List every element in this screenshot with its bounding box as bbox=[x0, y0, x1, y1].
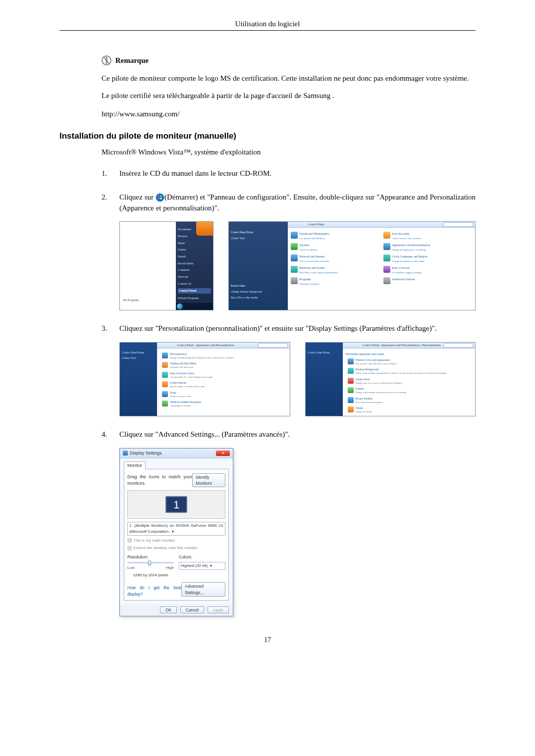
fig-personalization: Control Panel Home Control Panel › Appea… bbox=[305, 342, 476, 416]
help-link[interactable]: How do I get the best display? bbox=[127, 585, 181, 597]
step-2a: Cliquez sur bbox=[119, 193, 154, 201]
monitor-1-icon[interactable]: 1 bbox=[165, 496, 187, 513]
monitor-select[interactable]: 1. (Multiple Monitors) on NVIDIA GeForce… bbox=[127, 522, 225, 535]
start-all-programs: All Programs bbox=[123, 298, 139, 302]
step-4: Cliquez sur "Advanced Settings... (Param… bbox=[102, 429, 476, 616]
section-title: Installation du pilote de moniteur (manu… bbox=[59, 131, 476, 141]
extend-desktop-checkbox[interactable]: Extend the desktop onto this monitor bbox=[127, 545, 225, 551]
step-1: Insérez le CD du manuel dans le lecteur … bbox=[102, 168, 476, 179]
fig-control-panel: Control Panel Home Classic View Recent T… bbox=[228, 221, 476, 310]
page-header: Utilisation du logiciel bbox=[59, 20, 476, 31]
fig-display-settings-dialog: Display Settings ✕ Monitor Drag the icon… bbox=[119, 448, 233, 616]
fig-appearance: Control Panel Home Classic View Control … bbox=[119, 342, 290, 416]
color-select[interactable]: Highest (32 bit) ▾ bbox=[179, 562, 225, 570]
note-p1: Ce pilote de moniteur comporte le logo M… bbox=[102, 73, 476, 84]
svg-rect-4 bbox=[160, 196, 161, 197]
start-orb-icon bbox=[156, 193, 164, 202]
note-label: Remarque bbox=[115, 56, 149, 64]
note-url: http://www.samsung.com/ bbox=[102, 110, 476, 118]
resolution-slider[interactable] bbox=[127, 562, 174, 563]
svg-rect-3 bbox=[158, 196, 159, 197]
monitor-icon bbox=[123, 451, 128, 455]
note-p2: Le pilote certifié sera téléchargeable à… bbox=[102, 91, 476, 101]
svg-rect-5 bbox=[158, 198, 159, 200]
note-icon bbox=[102, 55, 111, 65]
close-icon[interactable]: ✕ bbox=[216, 451, 230, 456]
tab-monitor[interactable]: Monitor bbox=[124, 461, 146, 469]
monitor-preview[interactable]: 1 bbox=[127, 490, 225, 519]
svg-rect-6 bbox=[160, 198, 161, 200]
cancel-button[interactable]: Cancel bbox=[180, 606, 204, 613]
dialog-title: Display Settings bbox=[130, 450, 162, 456]
step-2: Cliquez sur (Démarrer) et "Panneau de co… bbox=[102, 192, 476, 311]
start-control-panel: Control Panel bbox=[178, 288, 211, 294]
step-2b: (Démarrer) et "Panneau de configuration"… bbox=[119, 193, 476, 212]
page-number: 17 bbox=[59, 636, 476, 644]
fig-start-menu: All Programs Documents Pictures Music Ga… bbox=[119, 221, 214, 310]
resolution-label: Resolution: bbox=[127, 554, 174, 560]
step-3: Cliquez sur "Personalization (personnali… bbox=[102, 323, 476, 416]
ok-button[interactable]: OK bbox=[160, 606, 177, 613]
identify-monitors-button[interactable]: Identify Monitors bbox=[192, 473, 225, 488]
advanced-settings-button[interactable]: Advanced Settings... bbox=[181, 582, 225, 597]
drag-label: Drag the icons to match your monitors. bbox=[127, 474, 192, 487]
note-block: Remarque bbox=[102, 55, 476, 65]
colors-label: Colors: bbox=[179, 554, 225, 560]
section-sub: Microsoft® Windows Vista™, système d'exp… bbox=[102, 148, 476, 156]
resolution-value: 1280 by 1024 pixels bbox=[127, 572, 174, 578]
apply-button[interactable]: Apply bbox=[208, 606, 229, 613]
main-monitor-checkbox[interactable]: This is my main monitor bbox=[127, 538, 225, 544]
